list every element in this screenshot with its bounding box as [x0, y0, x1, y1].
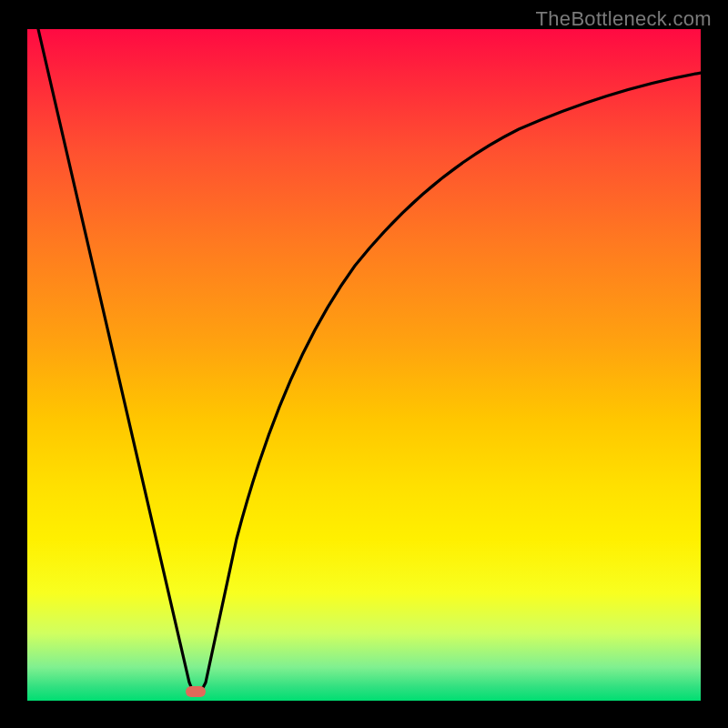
- optimal-point-marker: [186, 686, 206, 697]
- curve-path: [38, 29, 701, 693]
- bottleneck-curve: [27, 29, 701, 701]
- watermark-text: TheBottleneck.com: [536, 7, 712, 31]
- chart-plot-area: [27, 29, 701, 701]
